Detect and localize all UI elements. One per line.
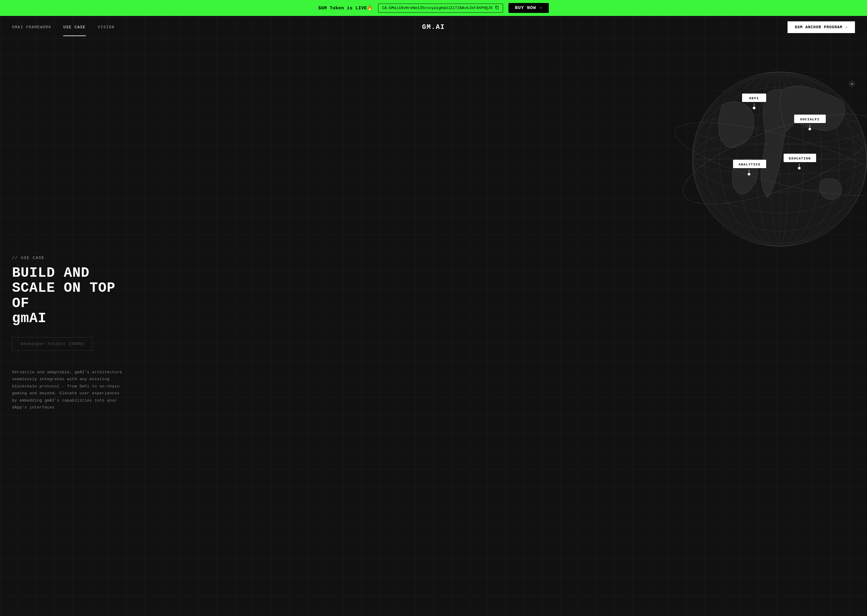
- copy-icon[interactable]: [495, 5, 499, 11]
- contract-address: CA:GMai1NvHreNe135cvxya1gHaUJZiT1NAvbJkF…: [378, 4, 503, 13]
- top-banner: $GM Token is LIVE🔥 CA:GMai1NvHreNe135cvx…: [0, 0, 867, 16]
- left-panel: // USE CASE BUILD AND SCALE ON TOP OF gm…: [12, 256, 139, 411]
- globe-container: DEFI SOCIALFI EDUCATION ANALYTICS: [674, 45, 867, 270]
- svg-point-23: [808, 127, 811, 130]
- section-label: // USE CASE: [12, 256, 139, 260]
- ca-text: CA:GMai1NvHreNe135cvxya1gHaUJZiT1NAvbJkF…: [382, 6, 492, 10]
- nav-gmai-framework[interactable]: GMAI FRAMEWORK: [12, 25, 51, 30]
- svg-text:SOCIALFI: SOCIALFI: [800, 118, 820, 121]
- nav-vision[interactable]: VISION: [98, 25, 115, 30]
- svg-point-25: [747, 173, 750, 176]
- svg-text:DEFI: DEFI: [749, 97, 759, 100]
- title-line2: gmAI: [12, 311, 46, 326]
- hero-description: Versatile and adaptable, gmAI's architec…: [12, 369, 126, 411]
- buy-now-button[interactable]: BUY NOW →: [508, 3, 549, 13]
- svg-point-24: [798, 167, 801, 170]
- site-logo: GM.AI: [422, 24, 445, 31]
- svg-text:ANALYTICS: ANALYTICS: [739, 163, 761, 167]
- token-announcement: $GM Token is LIVE🔥: [318, 5, 373, 11]
- nav-use-case[interactable]: USE CASE: [63, 25, 85, 30]
- globe-svg: DEFI SOCIALFI EDUCATION ANALYTICS: [674, 45, 867, 270]
- title-line1: BUILD AND SCALE ON TOP OF: [12, 265, 115, 311]
- main-title: BUILD AND SCALE ON TOP OF gmAI: [12, 266, 139, 326]
- main-content: // USE CASE BUILD AND SCALE ON TOP OF gm…: [0, 39, 867, 616]
- nav-links: GMAI FRAMEWORK USE CASE VISION: [12, 25, 114, 30]
- developer-toolkit-button[interactable]: Developer Toolkit [SOON]: [12, 337, 93, 351]
- svg-rect-0: [496, 6, 498, 9]
- svg-text:EDUCATION: EDUCATION: [789, 157, 811, 160]
- svg-point-38: [851, 83, 853, 85]
- nav-right: $GM ANCHOR PROGRAM →: [788, 21, 855, 33]
- svg-point-22: [753, 107, 756, 110]
- navbar: GMAI FRAMEWORK USE CASE VISION GM.AI $GM…: [0, 16, 867, 39]
- anchor-program-button[interactable]: $GM ANCHOR PROGRAM →: [788, 21, 855, 33]
